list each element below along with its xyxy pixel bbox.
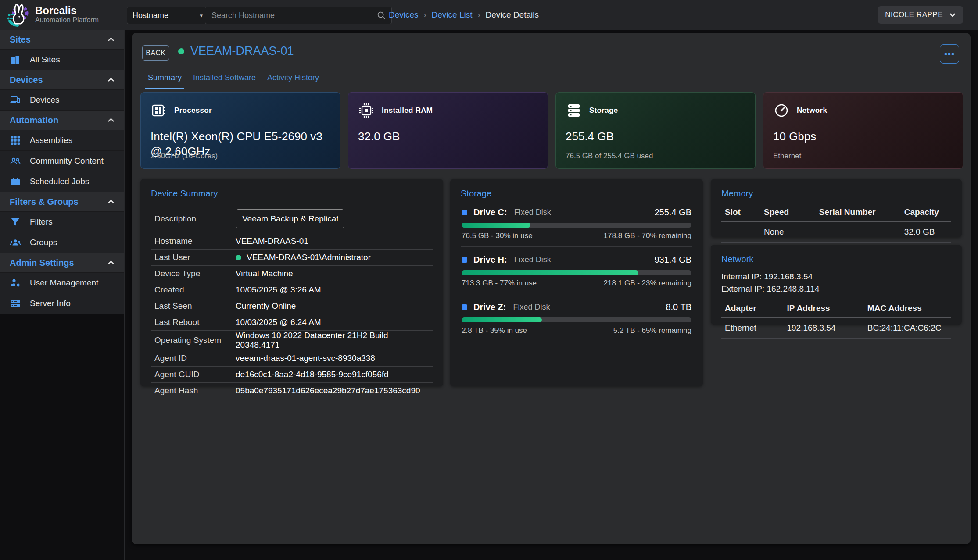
drive-name: Drive Z: xyxy=(473,302,506,312)
chevron-down-icon: ▾ xyxy=(200,12,203,19)
chevron-up-icon xyxy=(107,118,115,122)
description-input[interactable] xyxy=(236,209,344,228)
row-value: 10/05/2025 @ 3:26 AM xyxy=(236,285,321,295)
drive-usage-bar xyxy=(462,223,691,228)
sidebar-item-all-sites[interactable]: All Sites xyxy=(0,50,124,70)
row-value: veeam-draas-01-agent-svc-8930a338 xyxy=(236,353,375,363)
memory-speed: None xyxy=(760,222,816,243)
row-label: Last User xyxy=(154,253,236,262)
drive-type: Fixed Disk xyxy=(514,208,551,217)
device-online-dot xyxy=(178,48,184,54)
last-user-value: VEEAM-DRAAS-01\Administrator xyxy=(247,253,371,262)
stat-card-installed-ram: Installed RAM 32.0 GB xyxy=(348,92,548,169)
chip-icon xyxy=(358,102,375,119)
top-bar: Borealis Automation Platform Hostname ▾ … xyxy=(0,0,978,30)
stat-value: 10 Gbps xyxy=(773,129,949,144)
memory-table: Slot Speed Serial Number Capacity None 3… xyxy=(721,205,951,243)
network-table-row: Ethernet 192.168.3.54 BC:24:11:CA:C6:2C xyxy=(721,318,951,339)
stat-footer: 76.5 GB of 255.4 GB used xyxy=(566,152,653,161)
stat-footer: Ethernet xyxy=(773,152,801,161)
app-root: Borealis Automation Platform Hostname ▾ … xyxy=(0,0,978,560)
stat-cards-row: Processor Intel(R) Xeon(R) CPU E5-2690 v… xyxy=(140,92,963,169)
row-value: de16c0c1-8aa2-4d18-9585-9ce91cf056fd xyxy=(236,370,389,379)
tab-activity-history[interactable]: Activity History xyxy=(265,69,322,89)
sidebar-section-filters-groups[interactable]: Filters & Groups xyxy=(0,192,124,212)
sidebar-item-groups[interactable]: Groups xyxy=(0,232,124,253)
panel-title: Network xyxy=(721,254,951,264)
panel-title: Device Summary xyxy=(151,189,433,199)
chevron-up-icon xyxy=(107,78,115,82)
summary-row-created: Created 10/05/2025 @ 3:26 AM xyxy=(151,282,433,298)
more-actions-button[interactable]: ••• xyxy=(940,44,959,64)
breadcrumb-device-list[interactable]: Device List xyxy=(432,10,473,20)
sidebar-section-devices[interactable]: Devices xyxy=(0,70,124,90)
sidebar-section-admin-settings[interactable]: Admin Settings xyxy=(0,253,124,273)
drive-row-z: Drive Z: Fixed Disk 8.0 TB 2.8 TB - 35% … xyxy=(461,300,692,341)
sidebar-item-label: Community Content xyxy=(30,156,104,166)
section-label: Filters & Groups xyxy=(10,197,79,207)
breadcrumb-separator: › xyxy=(478,11,480,20)
row-value: Currently Online xyxy=(236,301,296,311)
drive-size: 931.4 GB xyxy=(654,255,691,265)
drive-type: Fixed Disk xyxy=(513,303,550,312)
sidebar-item-community-content[interactable]: Community Content xyxy=(0,151,124,171)
drive-used-text: 713.3 GB - 77% in use xyxy=(462,279,537,288)
panel-title: Memory xyxy=(721,189,951,199)
memory-table-row: None 32.0 GB xyxy=(721,222,951,243)
stat-card-processor: Processor Intel(R) Xeon(R) CPU E5-2690 v… xyxy=(140,92,340,169)
grid-icon xyxy=(10,136,21,145)
tab-installed-software[interactable]: Installed Software xyxy=(190,69,258,89)
summary-row-last-seen: Last Seen Currently Online xyxy=(151,298,433,314)
section-label: Admin Settings xyxy=(10,258,74,268)
row-label: Operating System xyxy=(154,335,236,345)
row-value: Windows 10 2022 Datacenter 21H2 Build 20… xyxy=(236,331,429,350)
sidebar-item-devices[interactable]: Devices xyxy=(0,90,124,111)
sidebar-item-label: Filters xyxy=(30,217,53,227)
sidebar-item-scheduled-jobs[interactable]: Scheduled Jobs xyxy=(0,171,124,192)
breadcrumb-devices[interactable]: Devices xyxy=(389,10,419,20)
sidebar-item-user-management[interactable]: User Management xyxy=(0,273,124,293)
brand-logo: Borealis Automation Platform xyxy=(4,2,99,27)
drive-type: Fixed Disk xyxy=(514,255,551,264)
external-ip: External IP: 162.248.8.114 xyxy=(721,283,951,295)
sidebar-item-label: All Sites xyxy=(30,55,60,64)
sidebar-item-server-info[interactable]: Server Info xyxy=(0,293,124,314)
sidebar: Sites All Sites Devices Devices Automati… xyxy=(0,30,124,314)
adapter-name: Ethernet xyxy=(721,318,783,339)
device-title: VEEAM-DRAAS-01 xyxy=(190,44,294,58)
sidebar-section-automation[interactable]: Automation xyxy=(0,111,124,130)
tab-summary[interactable]: Summary xyxy=(145,69,184,89)
summary-row-description: Description xyxy=(151,205,433,233)
breadcrumb-device-details: Device Details xyxy=(486,10,539,20)
sidebar-item-label: Groups xyxy=(30,238,57,247)
column-header-speed: Speed xyxy=(760,205,816,222)
drive-row-h: Drive H: Fixed Disk 931.4 GB 713.3 GB - … xyxy=(461,252,692,294)
row-label: Agent Hash xyxy=(154,386,236,396)
drive-bullet-icon xyxy=(462,257,467,263)
search-field-dropdown[interactable]: Hostname ▾ xyxy=(127,7,208,24)
search-icon[interactable] xyxy=(376,11,386,20)
network-table: Adapter IP Address MAC Address Ethernet … xyxy=(721,301,951,339)
stat-label: Storage xyxy=(589,106,618,115)
stat-value: 255.4 GB xyxy=(566,129,741,144)
search-input[interactable] xyxy=(211,11,376,21)
server-stack-icon xyxy=(566,102,582,119)
user-menu-button[interactable]: NICOLE RAPPE xyxy=(878,6,963,24)
search-box[interactable] xyxy=(205,7,392,24)
people-icon xyxy=(10,156,21,166)
sidebar-item-label: Server Info xyxy=(30,299,71,308)
device-tabs: Summary Installed Software Activity Hist… xyxy=(145,69,328,89)
sidebar-item-assemblies[interactable]: Assemblies xyxy=(0,130,124,151)
row-label: Last Seen xyxy=(154,301,236,311)
row-label: Device Type xyxy=(154,269,236,278)
speedometer-icon xyxy=(773,102,790,119)
sidebar-section-sites[interactable]: Sites xyxy=(0,30,124,50)
column-header-capacity: Capacity xyxy=(901,205,951,222)
column-header-adapter: Adapter xyxy=(721,301,783,318)
server-icon xyxy=(10,299,21,308)
section-label: Devices xyxy=(10,75,43,85)
devices-icon xyxy=(10,95,21,105)
sidebar-item-filters[interactable]: Filters xyxy=(0,212,124,232)
back-button[interactable]: BACK xyxy=(142,45,169,61)
memory-module-icon xyxy=(150,102,167,119)
